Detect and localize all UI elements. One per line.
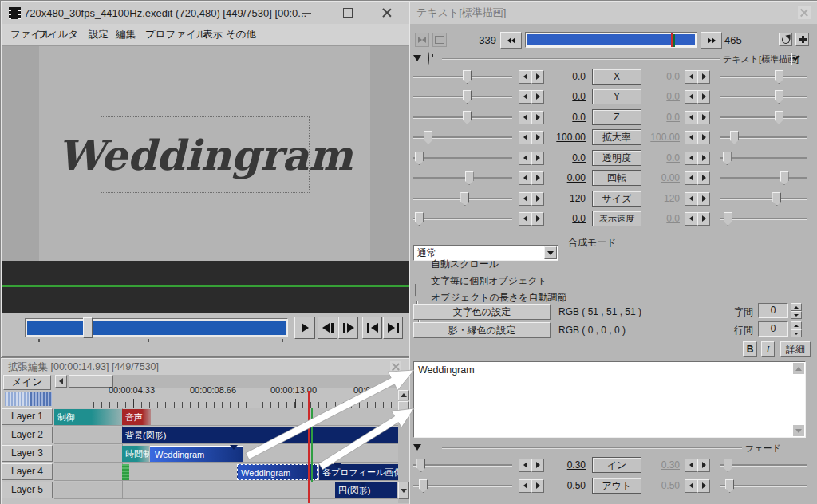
param-spin-left[interactable] xyxy=(519,171,546,185)
vscroll-thumb[interactable] xyxy=(398,401,408,414)
param-value-right[interactable]: 120 xyxy=(648,193,680,204)
param-slider-right[interactable] xyxy=(718,130,809,144)
timeline-object-profile-images[interactable]: 各プロフィール画像 xyxy=(319,464,408,480)
text-color-button[interactable]: 文字色の設定 xyxy=(413,304,551,320)
menu-other[interactable]: その他 xyxy=(226,24,256,45)
param-slider-left[interactable] xyxy=(412,191,514,206)
hscroll-left-arrow[interactable] xyxy=(55,375,67,388)
param-name-button[interactable]: X xyxy=(592,69,641,85)
param-name-button[interactable]: 透明度 xyxy=(592,150,641,166)
param-value-left[interactable]: 0.0 xyxy=(549,71,586,82)
param-value-left[interactable]: 0.0 xyxy=(549,213,586,224)
menu-profile[interactable]: プロファイル xyxy=(145,24,207,45)
image-loop-icon[interactable] xyxy=(432,33,447,47)
chevron-down-icon[interactable] xyxy=(544,246,557,259)
midpoint-marker[interactable] xyxy=(359,482,367,486)
param-spin-left[interactable] xyxy=(519,111,546,124)
timeline-object-audio[interactable]: 音声 xyxy=(122,409,151,425)
fade-spin-right[interactable] xyxy=(685,479,712,493)
section-enable-checkbox[interactable] xyxy=(791,52,792,65)
line-spacing-input[interactable]: 0 xyxy=(758,321,788,337)
param-name-button[interactable]: 表示速度 xyxy=(592,211,641,226)
slider-thumb[interactable] xyxy=(463,70,472,84)
range-end-value[interactable]: 465 xyxy=(724,34,756,46)
bold-button[interactable]: B xyxy=(743,341,757,357)
layer-2-label[interactable]: Layer 2 xyxy=(2,427,53,443)
param-slider-right[interactable] xyxy=(718,171,809,185)
param-spin-left[interactable] xyxy=(519,212,546,226)
param-slider-left[interactable] xyxy=(412,151,514,165)
param-value-right[interactable]: 0.0 xyxy=(648,71,680,82)
layer-4-label[interactable]: Layer 4 xyxy=(2,463,53,480)
param-spin-right[interactable] xyxy=(685,152,712,165)
play-button[interactable] xyxy=(294,317,315,339)
fade-value-left[interactable]: 0.50 xyxy=(549,480,586,491)
settings-close-icon[interactable] xyxy=(798,6,811,19)
refresh-icon[interactable] xyxy=(779,33,792,46)
param-name-button[interactable]: サイズ xyxy=(592,191,641,207)
param-slider-right[interactable] xyxy=(718,69,809,84)
fade-name-button[interactable]: アウト xyxy=(592,478,641,494)
param-spin-left[interactable] xyxy=(519,192,546,206)
param-spin-right[interactable] xyxy=(685,212,712,226)
menu-edit[interactable]: 編集 xyxy=(116,24,136,45)
scene-change-icon[interactable] xyxy=(415,33,429,47)
param-spin-left[interactable] xyxy=(519,70,546,84)
param-slider-left[interactable] xyxy=(412,89,514,104)
param-spin-left[interactable] xyxy=(519,90,546,104)
fade-name-button[interactable]: イン xyxy=(592,457,641,473)
param-slider-left[interactable] xyxy=(412,130,514,144)
textarea-scroll-down-icon[interactable] xyxy=(793,425,804,436)
param-value-right[interactable]: 0.0 xyxy=(648,213,680,224)
vscroll-down-arrow[interactable] xyxy=(398,482,408,499)
layer-1-label[interactable]: Layer 1 xyxy=(2,408,53,425)
hscroll-thumb[interactable] xyxy=(69,375,113,388)
minimize-icon[interactable] xyxy=(302,13,311,14)
param-value-right[interactable]: 100.00 xyxy=(648,132,680,143)
clock-icon[interactable] xyxy=(428,52,429,65)
detail-button[interactable]: 詳細 xyxy=(780,341,811,357)
timeline-close-icon[interactable] xyxy=(390,361,401,372)
param-spin-right[interactable] xyxy=(685,111,712,124)
param-slider-left[interactable] xyxy=(412,69,514,84)
collapse-triangle-icon[interactable] xyxy=(413,444,421,451)
tab-main[interactable]: メイン xyxy=(3,375,51,390)
menu-view[interactable]: 表示 xyxy=(203,24,223,45)
timeline-object-background-shape[interactable]: 背景(図形) xyxy=(122,427,408,443)
param-value-left[interactable]: 0.00 xyxy=(549,172,586,183)
param-name-button[interactable]: Y xyxy=(592,89,641,104)
midpoint-marker[interactable] xyxy=(334,463,341,468)
timeline-ruler[interactable] xyxy=(53,399,397,408)
layer-5-label[interactable]: Layer 5 xyxy=(2,482,53,498)
param-value-left[interactable]: 100.00 xyxy=(549,132,586,143)
object-range-bar[interactable] xyxy=(525,32,697,48)
text-edit-area[interactable]: Weddingram xyxy=(413,361,806,438)
jump-start-button[interactable] xyxy=(362,317,382,339)
close-icon[interactable] xyxy=(382,8,392,18)
fade-spin-left[interactable] xyxy=(519,479,546,493)
timeline-object-time-control[interactable]: 時間制御 xyxy=(122,446,149,462)
fade-slider-left[interactable] xyxy=(412,478,514,493)
param-slider-left[interactable] xyxy=(412,211,514,226)
italic-button[interactable]: I xyxy=(761,341,775,357)
fade-spin-right[interactable] xyxy=(685,459,712,472)
add-filter-icon[interactable] xyxy=(795,33,809,46)
seek-handle[interactable] xyxy=(83,317,93,338)
param-slider-right[interactable] xyxy=(718,89,809,104)
char-spacing-stepper[interactable] xyxy=(791,303,802,319)
fade-value-right[interactable]: 0.50 xyxy=(648,480,680,491)
auto-scroll-checkbox[interactable] xyxy=(415,284,416,297)
param-slider-right[interactable] xyxy=(718,191,809,206)
fade-value-left[interactable]: 0.30 xyxy=(549,459,586,471)
fade-spin-left[interactable] xyxy=(519,459,546,472)
fade-slider-right[interactable] xyxy=(718,478,809,493)
param-value-left[interactable]: 0.0 xyxy=(549,91,586,102)
jump-end-button[interactable] xyxy=(383,317,403,339)
param-spin-right[interactable] xyxy=(685,192,712,206)
timeline-object-green[interactable] xyxy=(122,464,129,480)
text-selection-box[interactable]: Weddingram xyxy=(101,116,310,193)
slider-thumb[interactable] xyxy=(775,70,783,84)
param-value-left[interactable]: 0.0 xyxy=(549,112,586,123)
param-value-left[interactable]: 0.0 xyxy=(549,152,586,163)
fade-value-right[interactable]: 0.30 xyxy=(648,459,680,471)
